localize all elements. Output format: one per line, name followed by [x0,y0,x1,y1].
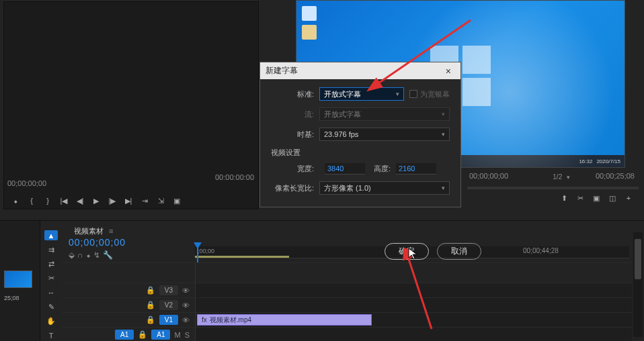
dialog-title-text: 新建字幕 [266,65,298,77]
track-toggle-output-icon[interactable]: 👁 [182,316,190,324]
timebase-label: 时基: [271,130,314,140]
track-toggle-output-icon[interactable]: 👁 [182,301,190,309]
ruler-tc-2: 00;00;44;28 [523,247,559,254]
lift-icon[interactable]: ⬆ [559,193,569,203]
track-a1: A1 🔒 A1 M S [62,327,632,341]
track-v3-label[interactable]: V3 [159,285,178,295]
timeline-tracks: 🔒 V3 👁 🔒 V2 👁 🔒 V1 👁 [62,262,632,336]
track-lock-icon[interactable]: 🔒 [146,301,155,309]
selection-tool-icon[interactable]: ▲ [44,230,58,240]
wrench-icon[interactable]: 🔧 [103,250,113,260]
track-lock-icon[interactable]: 🔒 [146,315,155,324]
go-to-out-icon[interactable]: ▶| [124,196,133,205]
marker-icon[interactable]: ⬥ [86,250,91,260]
widescreen-checkbox[interactable] [409,90,417,98]
mark-in-icon[interactable]: { [27,196,36,205]
work-area-bar[interactable] [195,256,289,258]
settings-icon[interactable]: ↯ [93,250,100,260]
program-zoom-dropdown[interactable]: 1/2 ▾ [553,173,570,181]
play-icon[interactable]: ▶ [91,196,101,205]
cancel-button[interactable]: 取消 [437,243,481,260]
source-timecode-left: 00;00;00;00 [7,179,46,187]
timeline-panel: 视频素材 00;00;00;00 ⬙ ∩ ⬥ ↯ 🔧 ;00;00 🔒 V3 👁 [62,221,632,341]
step-forward-icon[interactable]: |▶ [108,196,117,205]
ripple-edit-tool-icon[interactable]: ⇄ [44,259,58,269]
comparison-view-icon[interactable]: ◫ [608,193,617,203]
track-v1-body[interactable]: fx 视频素材.mp4 [195,313,632,327]
track-v3: 🔒 V3 👁 [62,283,632,297]
video-settings-label: 视频设置 [271,148,450,158]
track-lock-icon[interactable]: 🔒 [146,286,155,295]
timebase-dropdown[interactable]: 23.976 fps▾ [319,128,450,141]
sequence-tab[interactable]: 视频素材 [67,225,120,238]
slip-tool-icon[interactable]: ↔ [44,288,58,298]
insert-icon[interactable]: ⇥ [140,196,149,205]
ok-button[interactable]: 确定 [385,243,429,260]
height-input[interactable] [396,163,436,175]
vertical-scrollbar[interactable] [633,232,643,337]
export-frame-icon[interactable]: ▣ [172,196,182,205]
source-timecode-right: 00:00:00:00 [215,173,254,181]
standard-dropdown[interactable]: 开放式字幕▾ [319,87,404,101]
stream-dropdown: 开放式字幕▾ [319,107,450,121]
secondary-timeline-ruler[interactable]: 00;00;44;28 [489,247,631,258]
desktop-shortcut-icon [302,25,317,40]
export-frame-icon[interactable]: ▣ [592,193,601,203]
project-bin-thumbnail[interactable] [4,271,32,288]
source-transport-controls: ⬥ { } |◀ ◀| ▶ |▶ ▶| ⇥ ⇲ ▣ [11,196,182,205]
dialog-titlebar: 新建字幕 × [260,62,460,79]
stream-label: 流: [271,109,314,119]
go-to-in-icon[interactable]: |◀ [59,196,69,205]
track-v2-label[interactable]: V2 [159,300,178,310]
hand-tool-icon[interactable]: ✋ [44,316,58,326]
pen-tool-icon[interactable]: ✎ [44,302,58,312]
track-lock-icon[interactable]: 🔒 [138,330,147,339]
program-transport-controls: ⬆ ✂ ▣ ◫ + [559,193,633,203]
track-v1: 🔒 V1 👁 fx 视频素材.mp4 [62,312,632,327]
program-current-timecode[interactable]: 00;00;00;00 [469,172,508,180]
fx-badge-icon: fx [202,316,207,324]
clip-name: 视频素材.mp4 [210,315,251,325]
taskbar-date: 2020/7/15 [596,158,620,164]
standard-label: 标准: [271,89,314,99]
step-back-icon[interactable]: ◀| [75,196,85,205]
timeline-playhead-timecode[interactable]: 00;00;00;00 [69,237,126,248]
pixel-aspect-label: 像素长宽比: [271,183,314,193]
extract-icon[interactable]: ✂ [575,193,585,203]
snap-icon[interactable]: ⬙ [69,250,75,260]
add-marker-icon[interactable]: ⬥ [11,196,20,205]
track-v2: 🔒 V2 👁 [62,297,632,312]
project-clip-duration: 25;08 [4,295,19,301]
project-panel: 25;08 [0,221,40,341]
widescreen-label: 为宽银幕 [420,89,450,99]
program-playback-bar[interactable] [467,187,639,189]
pixel-aspect-dropdown[interactable]: 方形像素 (1.0)▾ [319,181,450,195]
scrollbar-thumb[interactable] [635,239,641,279]
track-v1-label[interactable]: V1 [159,315,178,325]
program-duration-timecode: 00;00;25;08 [596,172,635,180]
timeline-area: 25;08 ▲ ⇉ ⇄ ✂ ↔ ✎ ✋ T 视频素材 00;00;00;00 ⬙… [0,220,644,341]
track-toggle-output-icon[interactable]: 👁 [182,287,190,295]
width-input[interactable] [325,163,365,175]
track-a1-label[interactable]: A1 [151,330,170,340]
track-mute-icon[interactable]: M [174,331,180,339]
timeline-display-settings: ⬙ ∩ ⬥ ↯ 🔧 [69,250,113,260]
height-label: 高度: [370,164,391,174]
video-clip[interactable]: fx 视频素材.mp4 [197,314,372,326]
track-a1-source-label[interactable]: A1 [115,330,134,340]
button-editor-icon[interactable]: + [624,193,633,203]
razor-tool-icon[interactable]: ✂ [44,273,58,283]
dialog-close-button[interactable]: × [442,66,455,77]
overwrite-icon[interactable]: ⇲ [156,196,165,205]
track-v3-body[interactable] [195,283,632,297]
track-select-tool-icon[interactable]: ⇉ [44,244,58,254]
mark-out-icon[interactable]: } [43,196,52,205]
type-tool-icon[interactable]: T [44,331,58,341]
track-v2-body[interactable] [195,298,632,312]
track-a1-body[interactable] [195,328,632,341]
width-label: 宽度: [271,164,314,174]
track-solo-icon[interactable]: S [185,331,190,339]
ruler-tick-0: ;00;00 [198,248,214,254]
linked-selection-icon[interactable]: ∩ [77,250,83,260]
track-header-spacer [62,262,632,283]
